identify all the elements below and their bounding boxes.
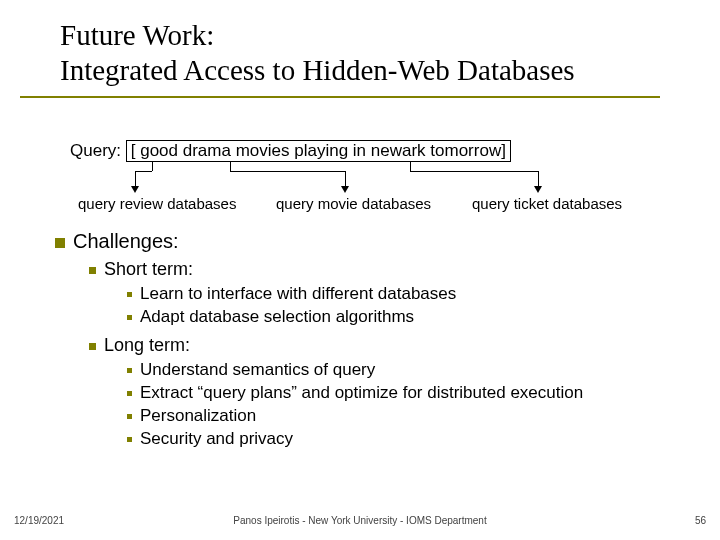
db-review-label: query review databases <box>78 195 236 212</box>
bullet-icon <box>127 292 132 297</box>
bullet-icon <box>127 414 132 419</box>
list-item-text: Adapt database selection algorithms <box>140 307 414 326</box>
title-underline <box>20 96 660 98</box>
arrow-connector <box>230 171 345 172</box>
arrow-connector <box>152 161 153 171</box>
short-term-heading-text: Short term: <box>104 259 193 279</box>
bullet-icon <box>55 238 65 248</box>
bullet-icon <box>89 343 96 350</box>
content-body: Challenges: Short term: Learn to interfa… <box>55 230 700 452</box>
bullet-icon <box>127 437 132 442</box>
list-item-text: Personalization <box>140 406 256 425</box>
query-row: Query: [ good drama movies playing in ne… <box>70 140 511 162</box>
list-item: Extract “query plans” and optimize for d… <box>127 383 700 403</box>
arrow-connector <box>230 161 231 171</box>
arrow-connector <box>410 171 538 172</box>
arrow-head-icon <box>341 186 349 193</box>
list-item: Learn to interface with different databa… <box>127 284 700 304</box>
list-item: Personalization <box>127 406 700 426</box>
query-label: Query: <box>70 141 121 161</box>
db-ticket-label: query ticket databases <box>472 195 622 212</box>
arrow-connector <box>135 171 136 187</box>
list-item: Understand semantics of query <box>127 360 700 380</box>
arrow-connector <box>135 171 152 172</box>
title-line-2: Integrated Access to Hidden-Web Database… <box>60 53 700 88</box>
list-item-text: Extract “query plans” and optimize for d… <box>140 383 583 402</box>
list-item-text: Security and privacy <box>140 429 293 448</box>
db-movie-label: query movie databases <box>276 195 431 212</box>
footer-page-number: 56 <box>695 515 706 526</box>
arrow-connector <box>345 171 346 187</box>
arrow-connector <box>538 171 539 187</box>
short-term-heading: Short term: <box>89 259 700 280</box>
query-text: [ good drama movies playing in newark to… <box>131 141 506 160</box>
footer-center: Panos Ipeirotis - New York University - … <box>0 515 720 526</box>
list-item-text: Understand semantics of query <box>140 360 375 379</box>
bullet-icon <box>89 267 96 274</box>
slide-title: Future Work: Integrated Access to Hidden… <box>60 18 700 98</box>
title-line-1: Future Work: <box>60 18 700 53</box>
bullet-icon <box>127 391 132 396</box>
long-term-heading: Long term: <box>89 335 700 356</box>
arrow-head-icon <box>534 186 542 193</box>
challenges-heading: Challenges: <box>55 230 700 253</box>
list-item: Adapt database selection algorithms <box>127 307 700 327</box>
long-term-heading-text: Long term: <box>104 335 190 355</box>
query-box: [ good drama movies playing in newark to… <box>126 140 511 162</box>
challenges-heading-text: Challenges: <box>73 230 179 252</box>
arrow-head-icon <box>131 186 139 193</box>
list-item-text: Learn to interface with different databa… <box>140 284 456 303</box>
arrow-connector <box>410 161 411 171</box>
bullet-icon <box>127 368 132 373</box>
bullet-icon <box>127 315 132 320</box>
list-item: Security and privacy <box>127 429 700 449</box>
